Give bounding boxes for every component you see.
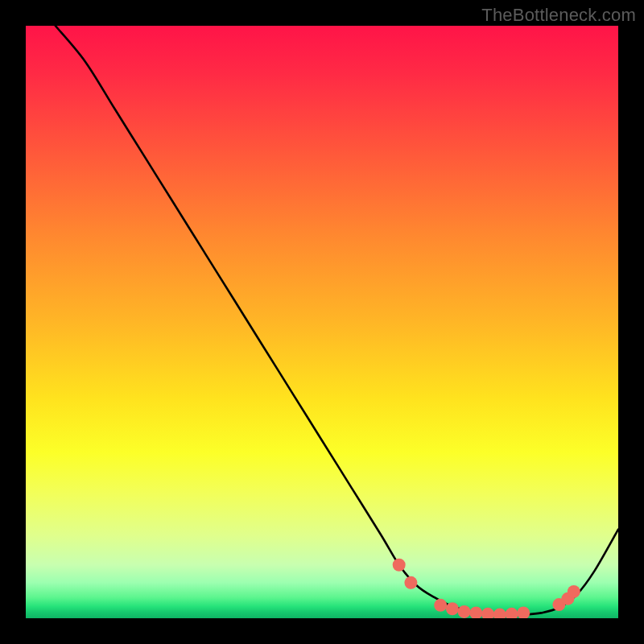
plot-area	[26, 26, 618, 618]
heat-gradient	[26, 26, 618, 618]
chart-frame: TheBottleneck.com	[0, 0, 644, 644]
watermark-text: TheBottleneck.com	[481, 5, 636, 26]
